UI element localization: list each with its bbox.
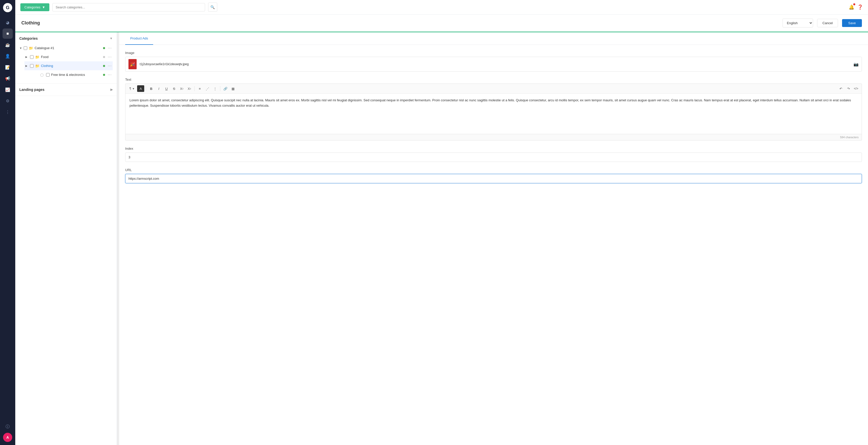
save-button[interactable]: Save [842,19,862,27]
url-input[interactable] [125,174,862,183]
list-ol-btn[interactable]: ⋰ [204,85,211,92]
search-icon-button[interactable]: 🔍 [208,3,217,12]
cancel-button[interactable]: Cancel [817,19,838,27]
clothing-toggle-icon[interactable]: ▶ [24,64,29,68]
icon-sidebar: G ◕ ■ ☕ 👤 📝 📢 📈 ⚙ ⋮ ⓘ A [0,0,15,445]
index-label: Index [125,147,862,150]
paragraph-format-btn[interactable]: ¶ ▼ [127,86,136,91]
categories-section-header[interactable]: Categories ▼ [19,36,113,40]
index-input[interactable] [125,152,862,162]
image-filename: t1j2ubsyuvcae6e1ri1k1deuwqtv.jpeg [140,62,850,66]
folder-icon: 📁 [29,46,33,50]
tree-children-sub: ◯ Free time & electronics ⋯ [24,70,113,79]
avatar[interactable]: A [3,433,12,442]
image-change-icon[interactable]: 📷 [854,62,859,67]
right-panel: Product Ads Image 🎉 t1j2ubsy [119,32,868,445]
free-time-more-icon[interactable]: ⋯ [106,72,113,77]
sidebar-icon-more[interactable]: ⋮ [3,107,13,117]
editor-footer: 594 characters [125,134,862,141]
catalogue-label: Catalogue #1 [35,46,101,50]
language-select[interactable]: English [782,19,813,28]
sidebar-icon-settings[interactable]: ⚙ [3,96,13,106]
page-title: Clothing [21,20,778,26]
right-inner: Product Ads Image 🎉 t1j2ubsy [119,32,868,445]
sidebar-icon-analytics[interactable]: 📈 [3,85,13,95]
tabs-bar: Product Ads [119,32,868,45]
chevron-right-icon: ▶ [111,88,113,91]
food-more-icon[interactable]: ⋯ [106,55,113,59]
bold-color-btn[interactable]: A [137,85,144,92]
image-section: Image 🎉 t1j2ubsyuvcae6e1ri1k1deuwqtv.jpe… [125,51,862,71]
strikethrough-btn[interactable]: S [170,85,178,92]
sidebar-icon-shop[interactable]: ☕ [3,40,13,50]
food-label: Food [41,55,101,59]
image-thumbnail: 🎉 [128,59,136,69]
redo-btn[interactable]: ↷ [845,85,852,92]
char-count: 594 characters [840,136,859,139]
superscript-btn[interactable]: X2 [178,85,185,92]
left-panel: Categories ▼ ▼ 📁 Catalogue #1 ⋯ [15,32,117,445]
sidebar-icon-users[interactable]: 👤 [3,51,13,61]
clothing-dot [103,65,105,67]
help-circle-icon[interactable]: ❓ [857,4,863,10]
chevron-down-icon: ▼ [110,37,113,40]
landing-pages-header[interactable]: Landing pages ▶ [19,88,113,92]
tree-item-food[interactable]: ▶ 📁 Food ⋯ [24,53,113,61]
free-time-label: Free time & electronics [51,73,101,77]
clothing-more-icon[interactable]: ⋯ [106,63,113,68]
free-time-checkbox[interactable] [46,73,50,77]
underline-btn[interactable]: U [163,85,170,92]
notification-icon[interactable]: 🔔 [849,4,854,10]
search-input[interactable] [53,3,205,11]
catalogue-row[interactable]: ▼ 📁 Catalogue #1 ⋯ [19,43,113,53]
sidebar-icon-orders[interactable]: 📝 [3,62,13,72]
tab-product-ads[interactable]: Product Ads [125,32,153,45]
image-row: 🎉 t1j2ubsyuvcae6e1ri1k1deuwqtv.jpeg 📷 [125,57,862,71]
editor-toolbar: ¶ ▼ A B I U S X2 X2 [125,84,862,93]
search-icon: 🔍 [210,5,215,9]
toolbar-separator-3 [220,86,220,91]
tree-item-clothing[interactable]: ▶ 📁 Clothing ⋯ [24,61,113,70]
sidebar-icon-marketing[interactable]: 📢 [3,73,13,84]
content-area: Image 🎉 t1j2ubsyuvcae6e1ri1k1deuwqtv.jpe… [119,45,868,196]
page-header: Clothing English Cancel Save [15,14,868,32]
landing-pages-label: Landing pages [19,88,44,92]
sidebar-icon-dashboard[interactable]: ◕ [3,17,13,28]
clothing-checkbox[interactable] [30,64,34,68]
undo-btn[interactable]: ↶ [837,85,844,92]
free-time-toggle-icon [35,73,39,77]
bold-btn[interactable]: B [148,85,155,92]
food-dot [103,56,105,58]
index-section: Index [125,147,862,162]
body-layout: Categories ▼ ▼ 📁 Catalogue #1 ⋯ [15,32,868,445]
panel-divider [117,32,119,445]
url-section: URL [125,168,862,183]
food-checkbox[interactable] [30,55,34,59]
collapse-toggle[interactable]: ▼ [19,47,22,50]
catalogue-more-icon[interactable]: ⋯ [106,46,113,51]
categories-button[interactable]: Categories ▼ [20,3,49,11]
table-btn[interactable]: ▦ [229,85,237,92]
food-toggle-icon[interactable]: ▶ [24,55,29,59]
code-btn[interactable]: </> [852,85,860,92]
editor-body[interactable]: Lorem ipsum dolor sit amet, consectetur … [125,93,862,134]
chevron-down-icon: ▼ [132,87,134,90]
image-label: Image [125,51,862,55]
list-ul-btn[interactable]: ⋮ [211,85,219,92]
italic-btn[interactable]: I [155,85,162,92]
top-bar-right: 🔔 ❓ [849,4,863,10]
align-btn[interactable]: ≡ [196,85,203,92]
url-label: URL [125,168,862,172]
link-btn[interactable]: 🔗 [222,85,229,92]
text-section: Text ¶ ▼ A B I U [125,78,862,141]
tree-item-free-time[interactable]: ◯ Free time & electronics ⋯ [35,70,113,79]
sidebar-icon-catalogue[interactable]: ■ [3,29,13,39]
app-logo[interactable]: G [3,3,12,12]
text-label: Text [125,78,862,82]
sidebar-icon-help[interactable]: ⓘ [3,422,13,432]
catalogue-checkbox[interactable] [24,46,27,50]
main-area: Categories ▼ 🔍 🔔 ❓ Clothing English Canc… [15,0,868,445]
clothing-label: Clothing [41,64,101,68]
top-bar: Categories ▼ 🔍 🔔 ❓ [15,0,868,14]
subscript-btn[interactable]: X2 [186,85,193,92]
